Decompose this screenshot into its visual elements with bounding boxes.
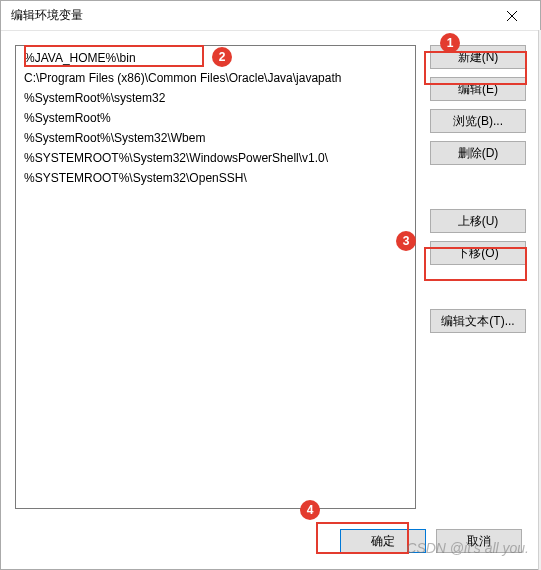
delete-button[interactable]: 删除(D): [430, 141, 526, 165]
spacer: [430, 173, 526, 201]
move-down-button[interactable]: 下移(O): [430, 241, 526, 265]
move-up-button[interactable]: 上移(U): [430, 209, 526, 233]
edit-text-button[interactable]: 编辑文本(T)...: [430, 309, 526, 333]
edit-env-var-dialog: 编辑环境变量 %JAVA_HOME%\binC:\Program Files (…: [0, 0, 541, 570]
list-item[interactable]: %SYSTEMROOT%\System32\OpenSSH\: [16, 168, 415, 188]
dialog-title: 编辑环境变量: [11, 7, 83, 24]
spacer: [430, 273, 526, 301]
side-button-column: 新建(N) 编辑(E) 浏览(B)... 删除(D) 上移(U) 下移(O) 编…: [430, 45, 526, 509]
list-item[interactable]: %SYSTEMROOT%\System32\WindowsPowerShell\…: [16, 148, 415, 168]
dialog-body: %JAVA_HOME%\binC:\Program Files (x86)\Co…: [1, 31, 540, 519]
titlebar: 编辑环境变量: [1, 1, 540, 31]
browse-button[interactable]: 浏览(B)...: [430, 109, 526, 133]
list-item[interactable]: %SystemRoot%: [16, 108, 415, 128]
list-item[interactable]: %SystemRoot%\system32: [16, 88, 415, 108]
ok-button[interactable]: 确定: [340, 529, 426, 553]
close-button[interactable]: [492, 3, 532, 29]
dialog-footer: 确定 取消: [1, 519, 540, 569]
edit-button[interactable]: 编辑(E): [430, 77, 526, 101]
list-item[interactable]: %JAVA_HOME%\bin: [16, 48, 415, 68]
cancel-button[interactable]: 取消: [436, 529, 522, 553]
path-listbox[interactable]: %JAVA_HOME%\binC:\Program Files (x86)\Co…: [15, 45, 416, 509]
close-icon: [507, 11, 517, 21]
list-item[interactable]: %SystemRoot%\System32\Wbem: [16, 128, 415, 148]
list-item[interactable]: C:\Program Files (x86)\Common Files\Orac…: [16, 68, 415, 88]
new-button[interactable]: 新建(N): [430, 45, 526, 69]
